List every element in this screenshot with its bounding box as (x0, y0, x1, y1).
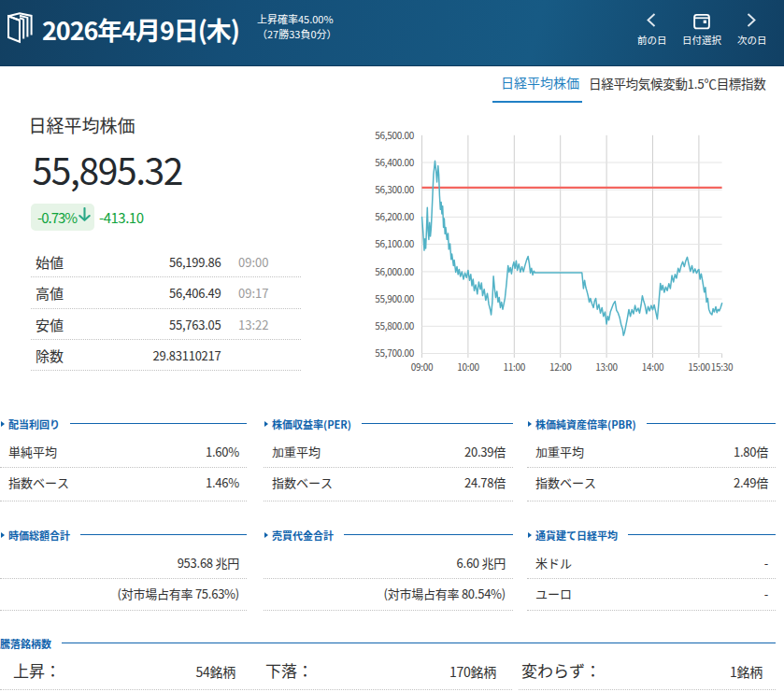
svg-text:09:00: 09:00 (411, 360, 434, 374)
svg-text:11:00: 11:00 (504, 360, 526, 374)
svg-text:10:00: 10:00 (457, 360, 479, 374)
svg-text:56,100.00: 56,100.00 (375, 236, 414, 250)
svg-text:55,700.00: 55,700.00 (375, 346, 414, 360)
svg-text:56,500.00: 56,500.00 (375, 128, 414, 142)
svg-text:14:00: 14:00 (642, 360, 664, 374)
svg-text:56,000.00: 56,000.00 (375, 264, 414, 278)
svg-text:15:30: 15:30 (711, 360, 734, 374)
svg-text:13:00: 13:00 (595, 360, 618, 374)
svg-text:12:00: 12:00 (549, 360, 572, 374)
svg-text:55,800.00: 55,800.00 (375, 318, 414, 332)
svg-text:55,900.00: 55,900.00 (375, 291, 414, 305)
svg-text:15:00: 15:00 (688, 360, 710, 374)
svg-text:56,400.00: 56,400.00 (375, 155, 414, 169)
svg-text:56,300.00: 56,300.00 (375, 182, 414, 196)
svg-text:56,200.00: 56,200.00 (375, 209, 414, 223)
